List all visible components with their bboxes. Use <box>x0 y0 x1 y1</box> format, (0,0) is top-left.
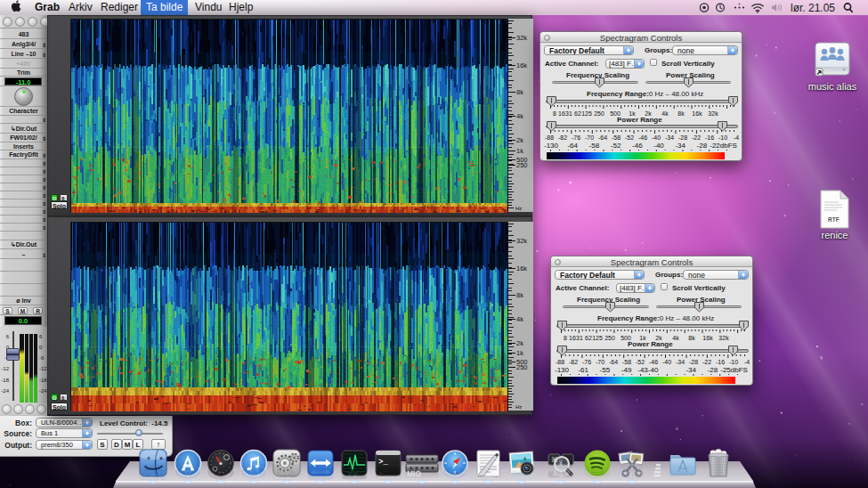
svg-text:Hjelp: Hjelp <box>229 1 254 13</box>
svg-text:8k: 8k <box>516 291 523 299</box>
svg-text:8k: 8k <box>516 88 523 96</box>
svg-text:RTF: RTF <box>828 216 840 223</box>
svg-text:250: 250 <box>516 161 528 169</box>
svg-text:1k: 1k <box>516 147 523 155</box>
svg-text:32k: 32k <box>516 237 527 245</box>
svg-text:2k: 2k <box>516 339 523 347</box>
svg-text:Hz: Hz <box>515 206 522 211</box>
svg-text:Vindu: Vindu <box>195 1 222 13</box>
svg-text:>_: >_ <box>378 470 389 475</box>
svg-text:Arkiv: Arkiv <box>69 1 93 13</box>
svg-text:32k: 32k <box>516 34 527 42</box>
svg-text:Grab: Grab <box>35 1 60 13</box>
svg-text:Ta bilde: Ta bilde <box>146 1 183 13</box>
svg-text:Rediger: Rediger <box>101 1 138 13</box>
svg-text:MIO: MIO <box>407 464 422 468</box>
svg-text:lør. 21.05: lør. 21.05 <box>791 2 835 14</box>
svg-text:250: 250 <box>516 363 528 371</box>
svg-text:16k: 16k <box>516 61 527 69</box>
svg-text:2k: 2k <box>516 136 523 144</box>
svg-text:1k: 1k <box>516 349 523 357</box>
svg-text:16k: 16k <box>516 264 527 272</box>
svg-text:4k: 4k <box>516 315 523 323</box>
svg-text:4k: 4k <box>516 112 523 120</box>
